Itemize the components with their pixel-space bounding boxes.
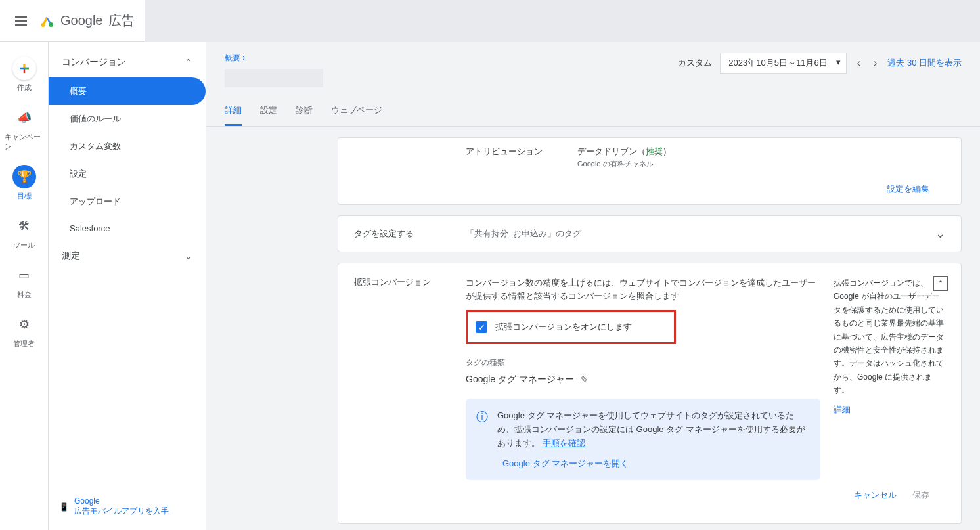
brand-text: Google bbox=[60, 13, 103, 28]
sidebar-group-measurement[interactable]: 測定 ⌄ bbox=[49, 241, 206, 271]
content-area: 概要 › カスタム 2023年10月5日～11月6日 ▾ ‹ › 過去 30 日… bbox=[206, 42, 980, 530]
logo[interactable]: Google 広告 bbox=[39, 12, 135, 30]
tab-diagnostics[interactable]: 診断 bbox=[296, 98, 313, 126]
pencil-icon[interactable]: ✎ bbox=[581, 374, 589, 385]
card-enhanced-conversions: 拡張コンバージョン コンバージョン数の精度を上げるには、ウェブサイトでコンバージ… bbox=[338, 263, 962, 524]
menu-icon[interactable] bbox=[13, 13, 29, 29]
chevron-down-icon: ⌄ bbox=[935, 227, 945, 241]
collapse-icon[interactable]: ⌃ bbox=[933, 276, 948, 291]
breadcrumb[interactable]: 概要 › bbox=[225, 53, 245, 62]
save-button: 保存 bbox=[912, 489, 929, 501]
sidebar-group-conversions[interactable]: コンバージョン ⌃ bbox=[49, 47, 206, 77]
date-next[interactable]: › bbox=[871, 57, 880, 69]
card-tag-setup[interactable]: タグを設定する 「共有持分_お申込み」のタグ ⌄ bbox=[338, 215, 962, 252]
rail-label: キャンペーン bbox=[5, 132, 44, 152]
cancel-button[interactable]: キャンセル bbox=[854, 489, 897, 501]
top-bar: Google 広告 bbox=[0, 0, 980, 42]
attribution-value: データドリブン（推奨） bbox=[577, 146, 945, 158]
tag-setup-label: タグを設定する bbox=[354, 228, 466, 240]
rail-label: 管理者 bbox=[13, 339, 35, 349]
sidebar-item-salesforce[interactable]: Salesforce bbox=[49, 215, 206, 241]
sidebar-item-custom-vars[interactable]: カスタム変数 bbox=[49, 133, 206, 160]
side-details-link[interactable]: 詳細 bbox=[834, 404, 945, 416]
rail-goals[interactable]: 🏆 目標 bbox=[5, 158, 44, 208]
sidebar: コンバージョン ⌃ 概要 価値のルール カスタム変数 設定 アップロード Sal… bbox=[49, 42, 206, 530]
sidebar-item-upload[interactable]: アップロード bbox=[49, 188, 206, 215]
enhanced-checkbox-label: 拡張コンバージョンをオンにします bbox=[495, 321, 632, 333]
tab-details[interactable]: 詳細 bbox=[225, 98, 242, 126]
topbar-left: Google 広告 bbox=[0, 12, 145, 30]
chevron-up-icon: ⌃ bbox=[185, 57, 192, 68]
sidebar-item-overview[interactable]: 概要 bbox=[49, 77, 206, 105]
enhanced-desc: コンバージョン数の精度を上げるには、ウェブサイトでコンバージョンを達成したユーザ… bbox=[466, 276, 820, 302]
gear-icon: ⚙ bbox=[12, 313, 36, 336]
chevron-right-icon: › bbox=[242, 53, 245, 62]
attribution-sub: Google の有料チャネル bbox=[577, 159, 945, 169]
attribution-heading: アトリビューション bbox=[466, 146, 577, 169]
rail-billing[interactable]: ▭ 料金 bbox=[5, 257, 44, 306]
info-steps-link[interactable]: 手順を確認 bbox=[543, 438, 585, 448]
svg-point-0 bbox=[49, 22, 53, 27]
dropdown-icon: ▾ bbox=[836, 57, 841, 67]
date-custom-label: カスタム bbox=[678, 57, 712, 69]
sidebar-group-label: コンバージョン bbox=[62, 56, 126, 68]
rail-label: 作成 bbox=[17, 83, 32, 93]
enhanced-checkbox[interactable]: ✓ bbox=[476, 321, 487, 333]
edit-settings-link[interactable]: 設定を編集 bbox=[887, 183, 929, 195]
enhanced-side-panel: ⌃ 拡張コンバージョンでは、Google が自社のユーザーデータを保護するために… bbox=[834, 276, 945, 480]
topbar-placeholder bbox=[145, 0, 980, 42]
date-prev[interactable]: ‹ bbox=[855, 57, 863, 69]
rail-label: ツール bbox=[13, 240, 35, 250]
brand-sub: 広告 bbox=[108, 12, 135, 30]
sidebar-mobile-app-link[interactable]: 📱 Google 広告モバイルアプリを入手 bbox=[49, 489, 206, 530]
tools-icon: 🛠 bbox=[12, 214, 36, 238]
sidebar-item-settings[interactable]: 設定 bbox=[49, 160, 206, 188]
trophy-icon: 🏆 bbox=[12, 165, 36, 188]
icon-rail: 作成 📣 キャンペーン 🏆 目標 🛠 ツール ▭ 料金 ⚙ 管理者 bbox=[0, 42, 49, 530]
google-ads-icon bbox=[39, 13, 55, 29]
enhanced-label: 拡張コンバージョン bbox=[354, 276, 453, 480]
open-gtm-link[interactable]: Google タグ マネージャーを開く bbox=[502, 458, 810, 470]
megaphone-icon: 📣 bbox=[12, 106, 36, 129]
sidebar-group-label: 測定 bbox=[62, 250, 80, 262]
attribution-label bbox=[354, 146, 466, 169]
tab-settings[interactable]: 設定 bbox=[260, 98, 277, 126]
rail-tools[interactable]: 🛠 ツール bbox=[5, 208, 44, 257]
footer-line2: 広告モバイルアプリを入手 bbox=[74, 506, 169, 517]
last-30-days-link[interactable]: 過去 30 日間を表示 bbox=[887, 57, 962, 69]
date-controls: カスタム 2023年10月5日～11月6日 ▾ ‹ › 過去 30 日間を表示 bbox=[678, 53, 962, 74]
side-desc: 拡張コンバージョンでは、Google が自社のユーザーデータを保護するために使用… bbox=[834, 276, 945, 397]
chevron-down-icon: ⌄ bbox=[185, 251, 192, 261]
svg-point-1 bbox=[41, 23, 45, 27]
info-icon: ⓘ bbox=[476, 409, 488, 470]
tag-setup-value: 「共有持分_お申込み」のタグ bbox=[466, 228, 935, 240]
plus-icon bbox=[12, 56, 36, 80]
tag-type-label: タグの種類 bbox=[466, 357, 820, 368]
card-icon: ▭ bbox=[12, 263, 36, 287]
sidebar-item-value-rules[interactable]: 価値のルール bbox=[49, 105, 206, 133]
tag-type-value: Google タグ マネージャー ✎ bbox=[466, 374, 820, 386]
info-box: ⓘ Google タグ マネージャーを使用してウェブサイトのタグが設定されている… bbox=[466, 399, 820, 480]
tabs: 詳細 設定 診断 ウェブページ bbox=[206, 87, 980, 127]
enhanced-checkbox-highlight: ✓ 拡張コンバージョンをオンにします bbox=[466, 310, 676, 344]
info-text: Google タグ マネージャーを使用してウェブサイトのタグが設定されているため… bbox=[497, 410, 805, 448]
rail-label: 料金 bbox=[17, 290, 32, 299]
date-range-select[interactable]: 2023年10月5日～11月6日 ▾ bbox=[720, 53, 846, 74]
rail-label: 目標 bbox=[17, 191, 32, 201]
rail-campaign[interactable]: 📣 キャンペーン bbox=[5, 99, 44, 158]
footer-line1: Google bbox=[74, 497, 169, 506]
phone-icon: 📱 bbox=[59, 502, 69, 512]
rail-create[interactable]: 作成 bbox=[5, 50, 44, 99]
card-attribution: アトリビューション データドリブン（推奨） Google の有料チャネル 設定を… bbox=[338, 137, 962, 205]
breadcrumb-title-placeholder bbox=[225, 69, 323, 87]
rail-admin[interactable]: ⚙ 管理者 bbox=[5, 306, 44, 355]
tab-webpage[interactable]: ウェブページ bbox=[331, 98, 382, 126]
